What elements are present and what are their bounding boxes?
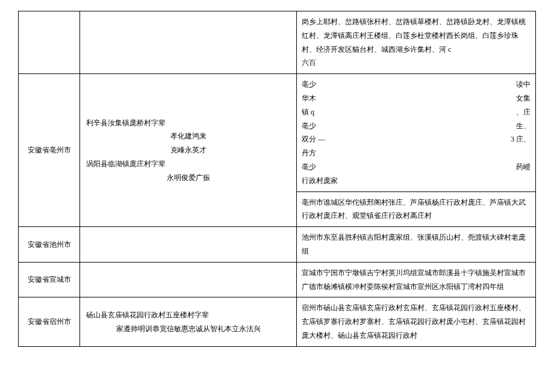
cell-villages: 池州市东至县胜利镇吉阳村庞家组、张溪镇历山村、尧渡镇大碑村老庞组: [297, 227, 536, 263]
zibei-line: 家遵帅明训恭宽信敏惠忠诚从智礼本立永法兴: [85, 322, 291, 336]
table-row: 安徽省宣城市 宣城市宁国市宁墩镇吉宁村英川坞组宣城市郎溪县十字镇施吴村宣城市广德…: [19, 262, 536, 297]
zibei-line: 涡阳县临湖镇庞庄村字辈: [85, 157, 291, 171]
cell-villages: 亳少 读中 华木 女集 镇 q 、庄 亳少 生、: [297, 74, 536, 191]
cell-zibei: 砀山县玄庙镇花园行政村五座楼村字辈 家遵帅明训恭宽信敏惠忠诚从智礼本立永法兴: [80, 297, 297, 346]
cell-region: 安徽省宣城市: [19, 262, 80, 297]
cell-zibei: [80, 262, 297, 297]
region-table: 岗乡上耶村、岔路镇张杆村、岔路镇草楼村、岔路镇卧龙村、龙潭镇桃红村、龙潭镇高庄村…: [18, 11, 536, 347]
table-row: 岗乡上耶村、岔路镇张杆村、岔路镇草楼村、岔路镇卧龙村、龙潭镇桃红村、龙潭镇高庄村…: [19, 11, 536, 74]
cell-region: 安徽省亳州市: [19, 74, 80, 227]
zibei-line: 砀山县玄庙镇花园行政村五座楼村字辈: [85, 308, 291, 322]
village-line: 双分 — 3 庄、: [302, 132, 531, 146]
village-line: 亳少 药嶝: [302, 160, 531, 174]
cell-zibei: [80, 227, 297, 263]
cell-region: 安徽省宿州市: [19, 297, 80, 346]
village-line: 行政村庞家: [302, 174, 531, 188]
village-line: 亳少 读中: [302, 78, 531, 92]
village-line: 丹方: [302, 146, 531, 160]
cell-villages: 宣城市宁国市宁墩镇吉宁村英川坞组宣城市郎溪县十字镇施吴村宣城市广德市杨滩镇横冲村…: [297, 262, 536, 297]
zibei-line: 利辛县汝集镇庞桥村字辈: [85, 116, 291, 130]
cell-region: 安徽省池州市: [19, 227, 80, 263]
village-line: 华木 女集: [302, 92, 531, 105]
cell-villages: 宿州市砀山县玄庙镇玄庙行政村玄庙村、玄庙镇花园行政村五座楼村、玄庙镇罗寨行政村罗…: [297, 297, 536, 346]
zibei-line: 永明俊爱广振: [85, 171, 291, 185]
village-line: 亳少 生、: [302, 119, 531, 133]
table-row: 安徽省亳州市 利辛县汝集镇庞桥村字辈 孝化建鸿来 克峰永英才 涡阳县临湖镇庞庄村…: [19, 74, 536, 191]
table-row: 安徽省宿州市 砀山县玄庙镇花园行政村五座楼村字辈 家遵帅明训恭宽信敏惠忠诚从智礼…: [19, 297, 536, 346]
village-line: 镇 q 、庄: [302, 105, 531, 119]
zibei-line: 孝化建鸿来: [85, 129, 291, 143]
cell-zibei: [80, 11, 297, 74]
cell-villages: 岗乡上耶村、岔路镇张杆村、岔路镇草楼村、岔路镇卧龙村、龙潭镇桃红村、龙潭镇高庄村…: [297, 11, 536, 74]
cell-region: [19, 11, 80, 74]
zibei-line: 克峰永英才: [85, 143, 291, 157]
cell-villages: 亳州市谯城区华佗镇邢阁村张庄、芦庙镇杨庄行政村庞庄、芦庙镇大武行政村庞庄村、观堂…: [297, 191, 536, 227]
cell-zibei: 利辛县汝集镇庞桥村字辈 孝化建鸿来 克峰永英才 涡阳县临湖镇庞庄村字辈 永明俊爱…: [80, 74, 297, 227]
villages-text: 岗乡上耶村、岔路镇张杆村、岔路镇草楼村、岔路镇卧龙村、龙潭镇桃红村、龙潭镇高庄村…: [302, 17, 526, 67]
table-row: 安徽省池州市 池州市东至县胜利镇吉阳村庞家组、张溪镇历山村、尧渡镇大碑村老庞组: [19, 227, 536, 263]
